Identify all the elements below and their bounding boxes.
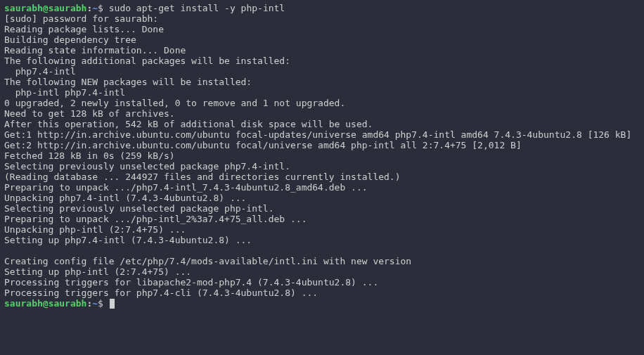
- output-line: Get:1 http://in.archive.ubuntu.com/ubunt…: [4, 129, 640, 140]
- output-line: Reading state information... Done: [4, 45, 640, 56]
- output-line: Need to get 128 kB of archives.: [4, 108, 640, 119]
- output-line: Unpacking php7.4-intl (7.4.3-4ubuntu2.8)…: [4, 193, 640, 203]
- output-line: Setting up php-intl (2:7.4+75) ...: [4, 266, 640, 277]
- output-line: Creating config file /etc/php/7.4/mods-a…: [4, 256, 640, 266]
- prompt-line-1[interactable]: saurabh@saurabh:~$ sudo apt-get install …: [4, 3, 640, 13]
- output-line: After this operation, 542 kB of addition…: [4, 119, 640, 129]
- terminal-output: [sudo] password for saurabh:Reading pack…: [4, 13, 640, 298]
- output-line: Unpacking php-intl (2:7.4+75) ...: [4, 224, 640, 235]
- output-line: php-intl php7.4-intl: [4, 87, 640, 98]
- output-line: Processing triggers for php7.4-cli (7.4.…: [4, 288, 640, 298]
- prompt-user: saurabh: [4, 298, 43, 309]
- prompt-user: saurabh: [4, 3, 43, 13]
- output-line: [sudo] password for saurabh:: [4, 13, 640, 24]
- output-line: Fetched 128 kB in 0s (259 kB/s): [4, 150, 640, 161]
- output-line: Preparing to unpack .../php7.4-intl_7.4.…: [4, 182, 640, 193]
- prompt-path: ~: [92, 3, 98, 13]
- output-line: Preparing to unpack .../php-intl_2%3a7.4…: [4, 214, 640, 224]
- prompt-at: @: [43, 298, 49, 309]
- output-line: [4, 245, 640, 256]
- prompt-host: saurabh: [49, 3, 87, 13]
- output-line: Processing triggers for libapache2-mod-p…: [4, 277, 640, 288]
- prompt-host: saurabh: [49, 298, 87, 309]
- output-line: Building dependency tree: [4, 34, 640, 45]
- output-line: Reading package lists... Done: [4, 24, 640, 34]
- prompt-line-2[interactable]: saurabh@saurabh:~$: [4, 298, 640, 309]
- output-line: Setting up php7.4-intl (7.4.3-4ubuntu2.8…: [4, 235, 640, 245]
- output-line: Selecting previously unselected package …: [4, 203, 640, 214]
- output-line: The following NEW packages will be insta…: [4, 77, 640, 87]
- prompt-dollar: $: [98, 3, 109, 13]
- output-line: 0 upgraded, 2 newly installed, 0 to remo…: [4, 98, 640, 108]
- output-line: Selecting previously unselected package …: [4, 161, 640, 172]
- prompt-path: ~: [92, 298, 98, 309]
- prompt-at: @: [43, 3, 49, 13]
- output-line: php7.4-intl: [4, 66, 640, 77]
- output-line: (Reading database ... 244927 files and d…: [4, 172, 640, 182]
- cursor-icon: [110, 299, 115, 309]
- output-line: Get:2 http://in.archive.ubuntu.com/ubunt…: [4, 140, 640, 150]
- prompt-dollar: $: [98, 298, 109, 309]
- output-line: The following additional packages will b…: [4, 56, 640, 66]
- command-text: sudo apt-get install -y php-intl: [109, 3, 285, 13]
